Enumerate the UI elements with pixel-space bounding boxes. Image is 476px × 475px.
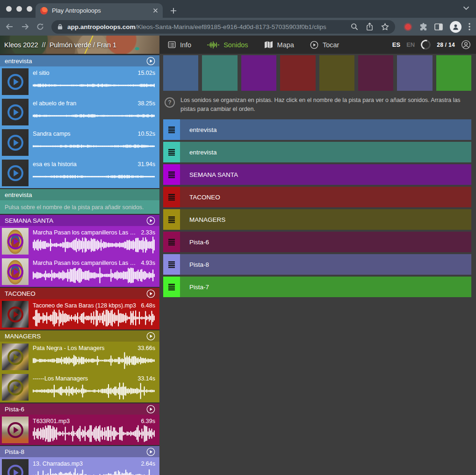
clip-play-button[interactable]: [2, 160, 29, 186]
track-play-button[interactable]: [146, 57, 155, 66]
track-play-button[interactable]: [146, 405, 155, 414]
clip-play-button[interactable]: [2, 417, 29, 443]
track-row[interactable]: Pista-7: [163, 277, 471, 297]
clip-play-button[interactable]: [2, 258, 29, 285]
sidebar-track: entrevistaPulsa sobre el nombre de la pi…: [0, 189, 159, 214]
clip-play-button[interactable]: [2, 459, 29, 475]
extension-puzzle-icon[interactable]: [419, 22, 427, 31]
clip-duration: 4.93s: [141, 260, 155, 266]
clip-item[interactable]: Taconeo de Sara Baras (128 kbps).mp36.48…: [0, 299, 159, 329]
clip-thumbnail: [2, 459, 29, 475]
share-icon[interactable]: [366, 22, 373, 31]
clip-item[interactable]: 13. Charradas.mp32.64s: [0, 457, 159, 475]
nav-tocar[interactable]: Tocar: [310, 41, 339, 49]
url-domain: app.antropoloops.com: [67, 23, 136, 30]
track-header[interactable]: entrevista: [0, 189, 159, 200]
clip-waveform: [33, 468, 155, 475]
track-row[interactable]: entrevista: [163, 142, 471, 162]
zoom-page-icon[interactable]: [351, 23, 358, 30]
clip-item[interactable]: el sitio15.02s: [0, 66, 159, 97]
window-controls[interactable]: [6, 6, 32, 12]
clip-thumbnail: [2, 417, 29, 443]
back-icon[interactable]: [6, 23, 14, 30]
clip-play-button[interactable]: [2, 343, 29, 370]
profile-avatar[interactable]: [450, 21, 462, 33]
clip-name: el abuelo de fran: [33, 100, 133, 107]
clip-item[interactable]: esa es la historia31.94s: [0, 158, 159, 188]
nav-mapa[interactable]: Mapa: [264, 41, 294, 49]
clip-item[interactable]: T633R01.mp36.39s: [0, 415, 159, 445]
clip-name: esa es la historia: [33, 161, 133, 168]
track-play-button[interactable]: [146, 447, 155, 456]
clip-item[interactable]: Pata Negra - Los Managers33.66s: [0, 342, 159, 372]
clip-thumbnail: [2, 129, 29, 156]
track-header[interactable]: entrevista: [0, 55, 159, 66]
nav-sonidos[interactable]: Sonidos: [207, 41, 248, 49]
lang-es-button[interactable]: ES: [392, 41, 400, 48]
drag-handle[interactable]: [163, 142, 180, 162]
browser-tab[interactable]: Play Antropoloops: [36, 3, 163, 18]
account-icon[interactable]: [461, 40, 471, 50]
help-icon: ?: [165, 97, 175, 108]
close-window-button[interactable]: [6, 6, 12, 12]
track-row[interactable]: MANAGERS: [163, 209, 471, 230]
browser-menu-icon[interactable]: [469, 23, 470, 30]
drag-handle[interactable]: [163, 209, 180, 230]
minimize-window-button[interactable]: [16, 6, 22, 12]
drag-handle[interactable]: [163, 164, 180, 185]
clip-thumbnail: [2, 258, 29, 285]
drag-handle[interactable]: [163, 232, 180, 252]
nav-info[interactable]: Info: [168, 41, 191, 49]
track-row[interactable]: Pista-6: [163, 232, 471, 252]
track-header[interactable]: SEMANA SANTA: [0, 215, 159, 226]
lang-en-button[interactable]: EN: [406, 41, 415, 48]
clip-play-button[interactable]: [2, 68, 29, 95]
tab-search-chevron-icon[interactable]: [463, 6, 469, 10]
sidebar-track: MANAGERS Pata Negra - Los Managers33.66s…: [0, 330, 159, 402]
clip-play-button[interactable]: [2, 99, 29, 125]
main-panel: ? Los sonidos se organizan en pistas. Ha…: [159, 54, 476, 475]
zoom-window-button[interactable]: [27, 6, 32, 12]
clip-item[interactable]: Sandra camps10.52s: [0, 127, 159, 158]
track-header[interactable]: Pista-6: [0, 403, 159, 415]
tab-favicon-icon: [40, 7, 48, 15]
side-panel-icon[interactable]: [434, 23, 443, 30]
drag-handle[interactable]: [163, 119, 180, 140]
clip-item[interactable]: ------Los Mananagers33.14s: [0, 372, 159, 402]
project-banner[interactable]: Kleos 2022 // Pulmón verde / Fran 1: [0, 36, 159, 54]
track-play-button[interactable]: [146, 216, 155, 225]
track-name: entrevista: [5, 58, 146, 65]
track-header[interactable]: TACONEO: [0, 288, 159, 299]
clip-item[interactable]: Marcha Pasan los campanilleros Las Mejor…: [0, 226, 159, 256]
track-row[interactable]: Pista-8: [163, 254, 471, 275]
url-field[interactable]: app.antropoloops.com/Kleos-Santa-Marina/…: [51, 20, 395, 34]
track-play-button[interactable]: [146, 332, 155, 341]
clip-play-button[interactable]: [2, 129, 29, 156]
bookmark-star-icon[interactable]: [381, 23, 389, 30]
drag-handle[interactable]: [163, 277, 180, 297]
sidebar-track: entrevista el sitio15.02s el abuelo de f…: [0, 55, 159, 188]
track-row[interactable]: SEMANA SANTA: [163, 164, 471, 185]
forward-icon[interactable]: [21, 23, 29, 30]
track-play-button[interactable]: [146, 289, 155, 298]
track-header[interactable]: MANAGERS: [0, 330, 159, 342]
drag-handle[interactable]: [163, 187, 180, 207]
tab-close-icon[interactable]: [153, 8, 158, 13]
clip-play-button[interactable]: [2, 301, 29, 328]
clip-duration: 6.48s: [141, 302, 155, 309]
clip-play-button[interactable]: [2, 228, 29, 255]
new-tab-button[interactable]: [170, 7, 177, 14]
clip-play-button[interactable]: [2, 374, 29, 401]
app-nav: InfoSonidosMapa Tocar: [168, 41, 339, 49]
drag-handle[interactable]: [163, 254, 180, 275]
drag-handle-icon: [168, 261, 175, 268]
clip-thumbnail: [2, 301, 29, 328]
clip-item[interactable]: el abuelo de fran38.25s: [0, 97, 159, 127]
track-row[interactable]: entrevista: [163, 119, 471, 140]
track-header[interactable]: Pista-8: [0, 446, 159, 457]
clip-item[interactable]: Marcha Pasan los campanilleros Las Mejor…: [0, 256, 159, 287]
reload-icon[interactable]: [36, 23, 44, 30]
record-indicator-icon[interactable]: [405, 24, 411, 30]
track-row[interactable]: TACONEO: [163, 187, 471, 207]
loading-spinner-icon: [419, 38, 433, 51]
